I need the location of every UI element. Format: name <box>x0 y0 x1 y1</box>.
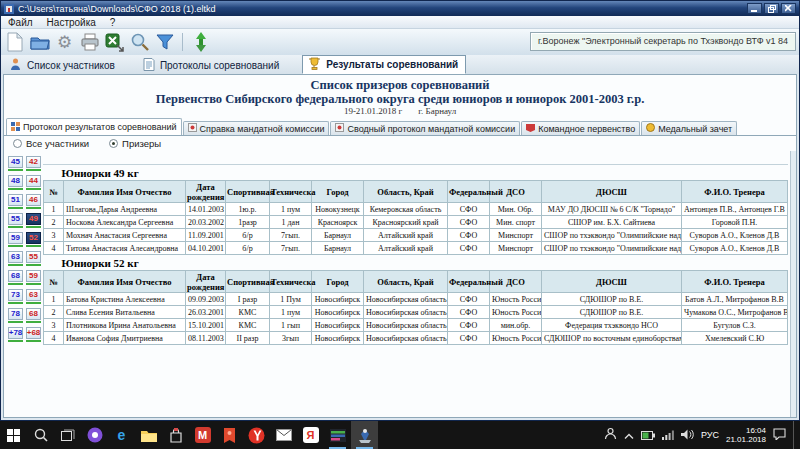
column-header[interactable]: № <box>44 181 64 203</box>
mail-app-icon[interactable] <box>270 421 297 449</box>
column-header[interactable]: Федеральный <box>448 271 490 293</box>
column-header[interactable]: Город <box>312 271 364 293</box>
table-row[interactable]: 4Титова Анастасия Алесандровна04.10.2001… <box>44 242 788 255</box>
column-header[interactable]: Спортивная <box>226 181 270 203</box>
weight-button-female-49[interactable]: 49 <box>26 213 41 228</box>
column-header[interactable]: Техническа <box>270 271 312 293</box>
column-header[interactable]: Дата рождения <box>186 271 226 293</box>
yandex-ya-icon[interactable]: Я <box>297 421 324 449</box>
clock[interactable]: 16:04 21.01.2018 <box>726 426 766 444</box>
weight-button-male-59[interactable]: 59 <box>8 232 23 247</box>
close-button[interactable] <box>781 3 796 14</box>
filter-radio-1[interactable]: Призеры <box>109 138 161 149</box>
action-center-icon[interactable] <box>773 426 786 444</box>
column-header[interactable]: Федеральный <box>448 181 490 203</box>
task-view-icon[interactable] <box>54 421 81 449</box>
weight-button-male-55[interactable]: 55 <box>8 213 23 228</box>
weight-button-female-52[interactable]: 52 <box>26 232 41 247</box>
weight-button-male-73[interactable]: 73 <box>8 289 23 304</box>
column-header[interactable]: Область, Край <box>364 271 448 293</box>
report-dateline: 19-21.01.2018 гг. Барнаул <box>4 106 796 117</box>
table-row[interactable]: 1Шлагова,Дарья Андреевна14.01.20031ю.р.1… <box>44 203 788 216</box>
minimize-button[interactable] <box>747 3 762 14</box>
weight-button-female-+68[interactable]: +68 <box>26 327 41 342</box>
weight-button-male-78[interactable]: 78 <box>8 308 23 323</box>
weight-button-female-42[interactable]: 42 <box>26 156 41 171</box>
yandex-browser-icon[interactable] <box>243 421 270 449</box>
column-header[interactable]: Ф.И.О. Тренера <box>682 181 788 203</box>
weight-button-female-46[interactable]: 46 <box>26 194 41 209</box>
open-folder-icon[interactable] <box>28 31 51 53</box>
weight-button-female-59[interactable]: 59 <box>26 270 41 285</box>
weight-underline <box>26 207 41 209</box>
edge-browser-icon[interactable]: e <box>108 421 135 449</box>
voice-assistant-icon[interactable] <box>81 421 108 449</box>
sub-tab-4[interactable]: Медальный зачет <box>641 121 737 135</box>
store-icon[interactable] <box>162 421 189 449</box>
column-header[interactable]: Область, Край <box>364 181 448 203</box>
weight-button-male-48[interactable]: 48 <box>8 175 23 190</box>
search-icon[interactable] <box>128 31 151 53</box>
show-desktop-button[interactable] <box>793 421 796 449</box>
main-tab-0[interactable]: Список участников <box>4 57 122 74</box>
menu-item-2[interactable]: ? <box>103 17 123 28</box>
volume-icon[interactable] <box>681 426 694 444</box>
new-file-icon[interactable] <box>3 31 26 53</box>
column-header[interactable]: Город <box>312 181 364 203</box>
column-header[interactable]: ДЮСШ <box>542 181 682 203</box>
file-explorer-icon[interactable] <box>135 421 162 449</box>
sub-tab-3[interactable]: Командное первенство <box>521 121 640 135</box>
main-tab-2[interactable]: Результаты соревнований <box>302 55 466 74</box>
table-row[interactable]: 4Иванова София Дмитриевна08.11.2003II ра… <box>44 332 788 345</box>
weight-button-male-51[interactable]: 51 <box>8 194 23 209</box>
menu-item-0[interactable]: Файл <box>1 17 40 28</box>
table-row[interactable]: 3Плотникова Ирина Анатольевна15.10.2001К… <box>44 319 788 332</box>
people-icon[interactable] <box>604 426 617 444</box>
excel-export-icon[interactable] <box>103 31 126 53</box>
language-indicator[interactable]: РУС <box>701 430 719 440</box>
table-row[interactable]: 2Слива Есения Витальевна26.03.2001КМС1 п… <box>44 306 788 319</box>
battery-icon[interactable] <box>641 426 655 444</box>
cell: Новосибирск <box>312 293 364 306</box>
table-row[interactable]: 3Мохнач Анастасия Сергеевна11.09.2001б/р… <box>44 229 788 242</box>
menu-item-1[interactable]: Настройка <box>40 17 103 28</box>
vertical-scrollbar[interactable] <box>790 151 796 417</box>
restore-button[interactable] <box>764 3 779 14</box>
taskbar-search-icon[interactable] <box>27 421 54 449</box>
column-header[interactable]: Ф.И.О. Тренера <box>682 271 788 293</box>
weight-button-male-63[interactable]: 63 <box>8 251 23 266</box>
print-icon[interactable] <box>78 31 101 53</box>
weight-button-female-68[interactable]: 68 <box>26 308 41 323</box>
weight-button-female-44[interactable]: 44 <box>26 175 41 190</box>
reader-app-icon[interactable] <box>216 421 243 449</box>
sub-tab-2[interactable]: Сводный протокол мандатной комиссии <box>330 121 520 135</box>
filter-icon[interactable] <box>153 31 176 53</box>
network-icon[interactable] <box>662 426 674 444</box>
weight-button-female-55[interactable]: 55 <box>26 251 41 266</box>
column-header[interactable]: Техническа <box>270 181 312 203</box>
weight-button-male-68[interactable]: 68 <box>8 270 23 285</box>
settings-gear-icon[interactable]: ⚙ <box>53 31 76 53</box>
start-button-icon[interactable] <box>0 421 27 449</box>
mail-ru-icon[interactable]: M <box>189 421 216 449</box>
column-header[interactable]: № <box>44 271 64 293</box>
weight-button-male-+78[interactable]: +78 <box>8 327 23 342</box>
radio-circle-icon <box>109 139 118 148</box>
sub-tab-0[interactable]: Протокол результатов соревнований <box>6 118 182 135</box>
filter-radio-0[interactable]: Все участники <box>13 138 89 149</box>
weight-button-male-45[interactable]: 45 <box>8 156 23 171</box>
media-app-icon[interactable] <box>324 421 351 449</box>
taekwondo-app-icon[interactable] <box>351 421 378 449</box>
tray-expand-chevron-icon[interactable] <box>624 426 634 444</box>
sync-icon[interactable] <box>189 31 212 53</box>
main-tab-1[interactable]: Протоколы соревнований <box>138 57 286 74</box>
column-header[interactable]: Фамилия Имя Отчество <box>64 181 186 203</box>
table-row[interactable]: 1Батова Кристина Алексеевна09.09.2003I р… <box>44 293 788 306</box>
column-header[interactable]: Фамилия Имя Отчество <box>64 271 186 293</box>
table-row[interactable]: 2Носкова Александра Сергеевна20.03.20021… <box>44 216 788 229</box>
column-header[interactable]: Спортивная <box>226 271 270 293</box>
column-header[interactable]: Дата рождения <box>186 181 226 203</box>
sub-tab-1[interactable]: Справка мандатной комиссии <box>183 121 330 135</box>
column-header[interactable]: ДЮСШ <box>542 271 682 293</box>
weight-button-female-63[interactable]: 63 <box>26 289 41 304</box>
